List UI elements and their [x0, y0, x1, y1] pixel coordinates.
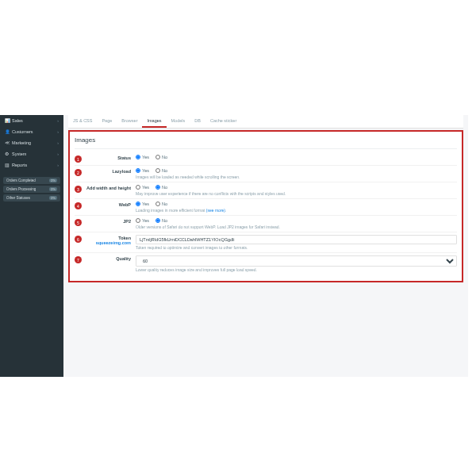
- chevron-right-icon: ›: [57, 152, 59, 156]
- radio-no[interactable]: No: [155, 218, 167, 223]
- main-content: JS & CSS Page Browser Images Models DB C…: [63, 115, 468, 377]
- token-input[interactable]: [136, 235, 457, 244]
- field-label: Token squeezeimg.com: [86, 235, 136, 245]
- field-label: Quality: [86, 255, 136, 261]
- form-row-webp: 4 WebP Yes No Loading images in more eff…: [75, 199, 457, 216]
- tab-db[interactable]: DB: [190, 115, 205, 128]
- field-label: Add width and height: [86, 185, 136, 190]
- sidebar-item-reports[interactable]: ▥Reports ›: [0, 159, 63, 171]
- sidebar-item-sales[interactable]: 📊Sales ›: [0, 115, 63, 126]
- user-icon: 👤: [5, 129, 10, 134]
- radio-no[interactable]: No: [155, 185, 167, 190]
- status-row: Orders Processing0%: [3, 186, 60, 193]
- status-row: Other Statuses0%: [3, 194, 60, 202]
- form-row-jp2: 5 JP2 Yes No Older versions of Safari do…: [75, 216, 457, 232]
- squeezeimg-link[interactable]: squeezeimg.com: [96, 240, 131, 245]
- bar-chart-icon: ▥: [5, 163, 10, 167]
- chart-icon: 📊: [5, 118, 10, 123]
- images-panel: Images 1 Status Yes No 2 Lazyload: [68, 130, 463, 282]
- sidebar-item-label: Marketing: [12, 140, 31, 145]
- sidebar: 📊Sales › 👤Customers › ≪Marketing › ⚙Syst…: [0, 115, 63, 377]
- tab-js-css[interactable]: JS & CSS: [68, 115, 97, 128]
- tab-page[interactable]: Page: [97, 115, 117, 128]
- sidebar-item-label: Sales: [12, 118, 23, 123]
- field-label: Status: [86, 155, 136, 160]
- help-text: Images will be loaded as needed while sc…: [136, 175, 457, 179]
- row-number-badge: 5: [75, 219, 82, 226]
- see-more-link[interactable]: (see more): [206, 208, 225, 213]
- row-number-badge: 2: [75, 169, 82, 176]
- sidebar-item-label: System: [12, 152, 26, 156]
- quality-select[interactable]: 60: [136, 255, 457, 267]
- form-row-status: 1 Status Yes No: [75, 152, 457, 166]
- status-block: Orders Completed0% Orders Processing0% O…: [0, 175, 63, 205]
- radio-no[interactable]: No: [155, 155, 167, 159]
- chevron-right-icon: ›: [57, 140, 59, 145]
- radio-no[interactable]: No: [155, 202, 167, 206]
- tab-cache-sticker[interactable]: Cache sticker: [205, 115, 241, 128]
- radio-yes[interactable]: Yes: [136, 155, 149, 159]
- form-row-lazyload: 2 Lazyload Yes No Images will be loaded …: [75, 166, 457, 182]
- row-number-badge: 3: [75, 186, 82, 193]
- gear-icon: ⚙: [5, 152, 10, 156]
- chevron-right-icon: ›: [57, 129, 59, 134]
- radio-yes[interactable]: Yes: [136, 202, 149, 206]
- tab-images[interactable]: Images: [142, 115, 166, 128]
- sidebar-item-marketing[interactable]: ≪Marketing ›: [0, 137, 63, 148]
- status-row: Orders Completed0%: [3, 177, 60, 184]
- row-number-badge: 4: [75, 202, 82, 209]
- row-number-badge: 6: [75, 236, 82, 243]
- sidebar-item-customers[interactable]: 👤Customers ›: [0, 126, 63, 137]
- field-label: Lazyload: [86, 168, 136, 174]
- chevron-right-icon: ›: [57, 118, 59, 123]
- tab-models[interactable]: Models: [167, 115, 190, 128]
- sidebar-item-system[interactable]: ⚙System ›: [0, 148, 63, 159]
- panel-title: Images: [75, 135, 457, 149]
- radio-yes[interactable]: Yes: [136, 218, 149, 223]
- share-icon: ≪: [5, 140, 10, 145]
- radio-no[interactable]: No: [155, 168, 167, 173]
- form-row-token: 6 Token squeezeimg.com Token required to…: [75, 232, 457, 253]
- help-text: Token required to optimize and convert i…: [136, 245, 457, 250]
- sidebar-item-label: Reports: [12, 163, 27, 167]
- help-text: Lower quality reduces image size and imp…: [136, 267, 457, 272]
- row-number-badge: 7: [75, 256, 82, 263]
- radio-yes[interactable]: Yes: [136, 168, 149, 173]
- form-row-add-width-height: 3 Add width and height Yes No May improv…: [75, 182, 457, 199]
- field-label: JP2: [86, 218, 136, 224]
- tab-browser[interactable]: Browser: [117, 115, 142, 128]
- field-label: WebP: [86, 202, 136, 207]
- form-row-quality: 7 Quality 60 Lower quality reduces image…: [75, 253, 457, 274]
- sidebar-item-label: Customers: [12, 129, 33, 134]
- radio-yes[interactable]: Yes: [136, 185, 149, 190]
- help-text: May improve user experience if there are…: [136, 191, 457, 196]
- tabs: JS & CSS Page Browser Images Models DB C…: [68, 115, 463, 129]
- row-number-badge: 1: [75, 155, 82, 163]
- chevron-right-icon: ›: [57, 163, 59, 167]
- help-text: Loading images in more efficient format …: [136, 208, 457, 213]
- help-text: Older versions of Safari do not support …: [136, 225, 457, 229]
